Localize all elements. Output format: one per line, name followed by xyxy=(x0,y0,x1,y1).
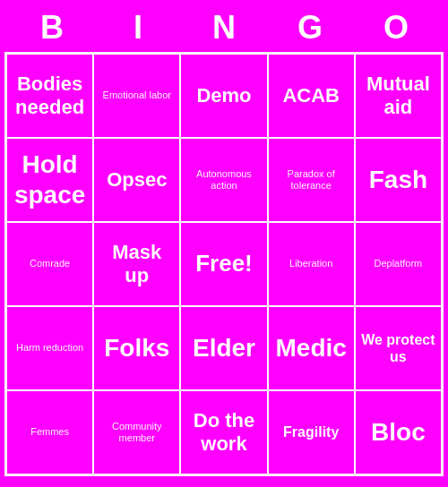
bingo-cell-14[interactable]: Deplatform xyxy=(355,222,442,306)
bingo-letter-n: N xyxy=(188,9,260,47)
bingo-cell-10[interactable]: Comrade xyxy=(6,222,93,306)
bingo-cell-21[interactable]: Community member xyxy=(93,390,180,474)
bingo-cell-23[interactable]: Fragility xyxy=(268,390,355,474)
bingo-cell-22[interactable]: Do the work xyxy=(180,390,267,474)
bingo-cell-17[interactable]: Elder xyxy=(180,306,267,390)
bingo-cell-6[interactable]: Opsec xyxy=(93,138,180,222)
bingo-letter-i: I xyxy=(102,9,174,47)
bingo-cell-9[interactable]: Fash xyxy=(355,138,442,222)
bingo-letter-o: O xyxy=(360,9,432,47)
bingo-cell-16[interactable]: Folks xyxy=(93,306,180,390)
bingo-cell-12[interactable]: Free! xyxy=(180,222,267,306)
bingo-grid: Bodies neededEmotional laborDemoACABMutu… xyxy=(4,52,444,476)
bingo-cell-19[interactable]: We protect us xyxy=(355,306,442,390)
bingo-cell-5[interactable]: Hold space xyxy=(6,138,93,222)
bingo-cell-7[interactable]: Autonomous action xyxy=(180,138,267,222)
bingo-cell-8[interactable]: Paradox of tolerance xyxy=(268,138,355,222)
bingo-cell-1[interactable]: Emotional labor xyxy=(93,54,180,138)
bingo-cell-11[interactable]: Mask up xyxy=(93,222,180,306)
bingo-letter-g: G xyxy=(274,9,346,47)
bingo-cell-20[interactable]: Femmes xyxy=(6,390,93,474)
bingo-cell-3[interactable]: ACAB xyxy=(268,54,355,138)
bingo-cell-15[interactable]: Harm reduction xyxy=(6,306,93,390)
bingo-cell-2[interactable]: Demo xyxy=(180,54,267,138)
bingo-cell-13[interactable]: Liberation xyxy=(268,222,355,306)
bingo-cell-24[interactable]: Bloc xyxy=(355,390,442,474)
bingo-cell-4[interactable]: Mutual aid xyxy=(355,54,442,138)
bingo-cell-0[interactable]: Bodies needed xyxy=(6,54,93,138)
bingo-header: BINGO xyxy=(9,0,439,52)
bingo-letter-b: B xyxy=(16,9,88,47)
bingo-cell-18[interactable]: Medic xyxy=(268,306,355,390)
